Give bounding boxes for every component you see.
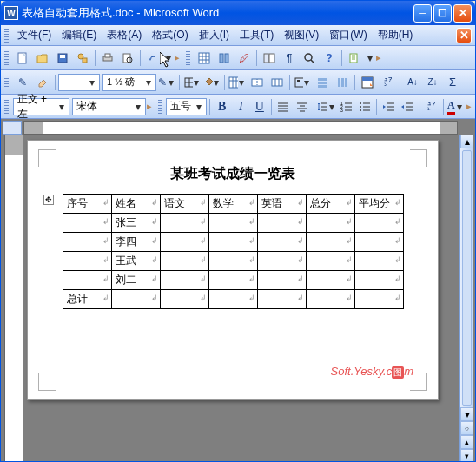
zoom-button[interactable]: [300, 49, 319, 68]
document-page[interactable]: ✥ 某班考试成绩一览表 序号↲ 姓名↲ 语文↲ 数学↲ 英语↲ 总分↲ 平均分↲…: [27, 140, 439, 400]
table-move-handle[interactable]: ✥: [43, 195, 54, 205]
doc-map-button[interactable]: [260, 49, 279, 68]
svg-rect-37: [318, 85, 327, 88]
overflow-icon-3[interactable]: ▸: [147, 101, 152, 112]
menu-grip[interactable]: [4, 29, 9, 43]
scroll-thumb[interactable]: [462, 150, 472, 406]
distribute-rows-button[interactable]: [313, 73, 332, 92]
toolbar-grip-2[interactable]: [186, 51, 190, 65]
svg-rect-17: [269, 54, 274, 63]
text-direction-button[interactable]: ㍐: [378, 73, 397, 92]
menu-edit[interactable]: 编辑(E): [56, 26, 102, 44]
close-button[interactable]: ✕: [453, 4, 472, 23]
underline-button[interactable]: U: [251, 97, 269, 116]
eraser-button[interactable]: [33, 73, 52, 92]
crop-mark-tr: [410, 149, 427, 167]
window-buttons: ─ ☐ ✕: [413, 4, 472, 23]
line-weight-dropdown[interactable]: 1 ½ 磅▾: [102, 74, 156, 91]
style-dropdown[interactable]: 正文 + 左▾: [13, 98, 70, 116]
font-dropdown[interactable]: 宋体▾: [72, 98, 145, 116]
research-dropdown[interactable]: ▾: [365, 52, 375, 64]
align-center-button[interactable]: [294, 97, 312, 116]
maximize-button[interactable]: ☐: [433, 4, 452, 23]
vertical-ruler[interactable]: [4, 135, 23, 462]
toolbar-grip-4[interactable]: [4, 100, 9, 114]
merge-cells-button[interactable]: [248, 73, 267, 92]
distribute-cols-button[interactable]: [333, 73, 352, 92]
split-cells-button[interactable]: [268, 73, 287, 92]
save-button[interactable]: [53, 49, 72, 68]
vertical-scrollbar[interactable]: ▴ ▾ ○ ▴ ▾: [459, 135, 473, 462]
th-name[interactable]: 姓名↲: [111, 195, 160, 214]
decrease-indent-button[interactable]: [380, 97, 398, 116]
line-style-dropdown[interactable]: ▾: [58, 74, 100, 91]
print-preview-button[interactable]: [118, 49, 137, 68]
insert-table-button[interactable]: [195, 49, 214, 68]
menu-help[interactable]: 帮助(H): [373, 26, 419, 44]
font-size-dropdown[interactable]: 五号▾: [166, 98, 207, 116]
autosum-button[interactable]: Σ: [443, 73, 462, 92]
research-button[interactable]: [345, 49, 364, 68]
phonetic-button[interactable]: ㍐: [423, 97, 441, 116]
menu-view[interactable]: 视图(V): [279, 26, 324, 44]
th-avg[interactable]: 平均分↲: [354, 195, 403, 214]
align-justify-button[interactable]: [274, 97, 293, 116]
horizontal-ruler[interactable]: [23, 121, 458, 135]
doc-heading[interactable]: 某班考试成绩一览表: [47, 165, 419, 183]
sort-asc-button[interactable]: A↓: [403, 73, 422, 92]
new-doc-button[interactable]: [13, 49, 32, 68]
ruler-corner[interactable]: [3, 121, 22, 135]
sort-desc-button[interactable]: Z↓: [423, 73, 442, 92]
prev-page-button[interactable]: ▴: [460, 435, 473, 449]
print-button[interactable]: [98, 49, 117, 68]
crop-mark-bl: [38, 373, 56, 391]
scroll-up-button[interactable]: ▴: [460, 135, 473, 148]
help-button[interactable]: ?: [320, 49, 339, 68]
borders-button[interactable]: ▾: [182, 73, 202, 92]
grades-table[interactable]: 序号↲ 姓名↲ 语文↲ 数学↲ 英语↲ 总分↲ 平均分↲ ↲张三↲↲↲↲↲↲ ↲…: [63, 194, 404, 309]
menu-window[interactable]: 窗口(W): [324, 26, 372, 44]
menu-insert[interactable]: 插入(I): [194, 26, 235, 44]
menu-tools[interactable]: 工具(T): [235, 26, 279, 44]
th-math[interactable]: 数学↲: [208, 195, 257, 214]
overflow-icon[interactable]: ▸: [175, 52, 180, 63]
menu-format[interactable]: 格式(O): [147, 26, 193, 44]
numbering-button[interactable]: 123: [337, 97, 355, 116]
autoformat-button[interactable]: [358, 73, 377, 92]
draw-table-button[interactable]: ✎: [13, 73, 32, 92]
permission-button[interactable]: [73, 49, 92, 68]
browse-select-button[interactable]: ○: [460, 421, 473, 435]
border-color-button[interactable]: ✎▾: [157, 73, 176, 92]
overflow-icon-4[interactable]: ▸: [466, 101, 472, 112]
menu-file[interactable]: 文件(F): [12, 26, 56, 44]
bold-button[interactable]: B: [213, 97, 231, 116]
columns-button[interactable]: [215, 49, 234, 68]
undo-dropdown[interactable]: ▾: [163, 52, 174, 64]
italic-button[interactable]: I: [232, 97, 250, 116]
shading-button[interactable]: ▾: [202, 73, 221, 92]
overflow-icon-2[interactable]: ▸: [376, 52, 381, 63]
toolbar-grip[interactable]: [4, 51, 9, 65]
toolbar-grip-3[interactable]: [4, 76, 9, 89]
scroll-down-button[interactable]: ▾: [460, 407, 473, 421]
show-marks-button[interactable]: ¶: [280, 49, 299, 68]
open-button[interactable]: [33, 49, 52, 68]
th-seq[interactable]: 序号↲: [63, 195, 111, 214]
bullets-button[interactable]: [356, 97, 374, 116]
undo-button[interactable]: [143, 49, 162, 68]
next-page-button[interactable]: ▾: [460, 449, 473, 462]
title-bar: W 表格自动套用格式.doc - Microsoft Word ─ ☐ ✕: [1, 1, 475, 25]
th-english[interactable]: 英语↲: [257, 195, 306, 214]
minimize-button[interactable]: ─: [413, 4, 432, 23]
th-total[interactable]: 总分↲: [306, 195, 354, 214]
menu-table[interactable]: 表格(A): [102, 26, 147, 44]
insert-table-btn2[interactable]: ▾: [228, 73, 247, 92]
increase-indent-button[interactable]: [399, 97, 417, 116]
th-chinese[interactable]: 语文↲: [160, 195, 208, 214]
toolbar-grip-5[interactable]: [158, 100, 162, 114]
doc-close-button[interactable]: ✕: [456, 28, 472, 43]
line-spacing-button[interactable]: ▾: [317, 97, 336, 116]
align-button[interactable]: ▾: [293, 73, 312, 92]
drawing-button[interactable]: 🖊: [235, 49, 254, 68]
font-color-button[interactable]: A▾: [446, 97, 466, 116]
